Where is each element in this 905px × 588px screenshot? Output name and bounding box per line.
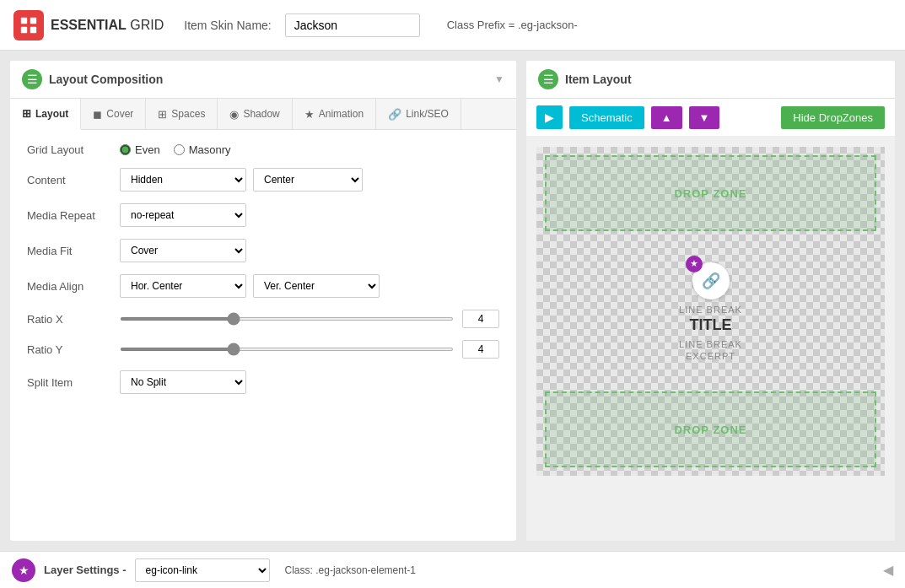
radio-masonry[interactable]: Masonry bbox=[174, 143, 231, 156]
cover-tab-icon: ◼ bbox=[93, 108, 102, 121]
media-repeat-row: Media Repeat no-repeat repeat repeat-x r… bbox=[27, 203, 499, 227]
content-label: Content bbox=[27, 174, 120, 186]
canvas-link-icon: ★ 🔗 bbox=[692, 262, 730, 299]
schematic-button[interactable]: Schematic bbox=[569, 106, 644, 129]
split-item-row: Split Item No Split Horizontal Vertical bbox=[27, 370, 499, 394]
drop-zone-top[interactable]: DROP ZONE bbox=[545, 155, 876, 231]
canvas-line-break-1: LINE BREAK bbox=[679, 305, 742, 315]
play-button[interactable]: ▶ bbox=[536, 105, 563, 129]
media-fit-controls: Cover Contain Fill None bbox=[120, 239, 499, 262]
media-align-controls: Hor. Center Hor. Left Hor. Right Ver. Ce… bbox=[120, 274, 499, 298]
hide-dropzones-button[interactable]: Hide DropZones bbox=[781, 106, 885, 129]
logo-text: ESSENTIAL GRID bbox=[51, 18, 164, 33]
main-content: ☰ Layout Composition ▼ ⊞ Layout ◼ Cover … bbox=[0, 51, 905, 551]
content-select[interactable]: Hidden Visible bbox=[120, 168, 246, 192]
logo-icon bbox=[13, 10, 44, 40]
layout-canvas: DROP ZONE ★ 🔗 LINE BREAK TITLE LINE BREA… bbox=[526, 137, 895, 541]
drop-zone-bottom[interactable]: DROP ZONE bbox=[545, 391, 876, 467]
right-panel-header: ☰ Item Layout bbox=[526, 61, 895, 99]
canvas-checkered: DROP ZONE ★ 🔗 LINE BREAK TITLE LINE BREA… bbox=[536, 147, 885, 476]
shadow-tab-icon: ◉ bbox=[229, 108, 239, 121]
media-repeat-select[interactable]: no-repeat repeat repeat-x repeat-y bbox=[120, 203, 246, 227]
top-header: ESSENTIAL GRID Item Skin Name: Class Pre… bbox=[0, 0, 905, 51]
layout-tab-icon: ⊞ bbox=[22, 107, 31, 120]
ratio-x-controls bbox=[120, 310, 499, 328]
svg-rect-2 bbox=[21, 26, 27, 32]
tabs-bar: ⊞ Layout ◼ Cover ⊞ Spaces ◉ Shadow ★ Ani… bbox=[10, 99, 516, 130]
animation-tab-icon: ★ bbox=[304, 108, 315, 121]
canvas-line-break-2: LINE BREAK bbox=[679, 339, 742, 349]
tab-shadow[interactable]: ◉ Shadow bbox=[218, 99, 292, 129]
media-repeat-controls: no-repeat repeat repeat-x repeat-y bbox=[120, 203, 499, 227]
right-panel: ☰ Item Layout ▶ Schematic ▲ ▼ Hide DropZ… bbox=[526, 61, 895, 541]
grid-layout-controls: Even Masonry bbox=[120, 143, 499, 156]
item-layout-icon: ☰ bbox=[538, 69, 558, 89]
split-item-label: Split Item bbox=[27, 376, 120, 389]
class-prefix: Class Prefix = .eg-jackson- bbox=[447, 19, 578, 31]
media-fit-select[interactable]: Cover Contain Fill None bbox=[120, 239, 246, 262]
radio-masonry-input[interactable] bbox=[174, 144, 185, 155]
media-fit-label: Media Fit bbox=[27, 245, 120, 257]
left-panel: ☰ Layout Composition ▼ ⊞ Layout ◼ Cover … bbox=[10, 61, 516, 541]
tab-cover[interactable]: ◼ Cover bbox=[81, 99, 146, 129]
media-repeat-label: Media Repeat bbox=[27, 209, 120, 222]
ratio-x-label: Ratio X bbox=[27, 313, 120, 326]
ratio-y-label: Ratio Y bbox=[27, 343, 120, 356]
svg-rect-3 bbox=[30, 26, 36, 32]
canvas-title: TITLE bbox=[690, 316, 732, 334]
radio-even[interactable]: Even bbox=[120, 143, 160, 156]
ratio-y-value[interactable] bbox=[462, 340, 499, 359]
ratio-y-controls bbox=[120, 340, 499, 359]
grid-layout-label: Grid Layout bbox=[27, 143, 120, 156]
arrow-down-button[interactable]: ▼ bbox=[689, 106, 720, 129]
layout-composition-icon: ☰ bbox=[22, 69, 42, 89]
left-panel-header: ☰ Layout Composition ▼ bbox=[10, 61, 516, 99]
canvas-middle: ★ 🔗 LINE BREAK TITLE LINE BREAK EXCERPT bbox=[545, 240, 876, 383]
media-fit-row: Media Fit Cover Contain Fill None bbox=[27, 239, 499, 262]
ratio-y-row: Ratio Y bbox=[27, 340, 499, 359]
tab-animation[interactable]: ★ Animation bbox=[293, 99, 376, 129]
left-panel-title: Layout Composition bbox=[49, 73, 163, 86]
canvas-star: ★ bbox=[686, 256, 703, 272]
skin-name-input[interactable] bbox=[285, 13, 420, 37]
media-align-label: Media Align bbox=[27, 280, 120, 293]
split-item-controls: No Split Horizontal Vertical bbox=[120, 370, 499, 394]
content-align-select[interactable]: Center Left Right bbox=[253, 168, 363, 192]
layout-toolbar: ▶ Schematic ▲ ▼ Hide DropZones bbox=[526, 99, 895, 137]
linkseo-tab-icon: 🔗 bbox=[388, 108, 401, 121]
canvas-excerpt: EXCERPT bbox=[686, 351, 735, 361]
logo-area: ESSENTIAL GRID bbox=[13, 10, 164, 40]
skin-name-label: Item Skin Name: bbox=[184, 19, 271, 32]
grid-layout-row: Grid Layout Even Masonry bbox=[27, 143, 499, 156]
right-panel-title: Item Layout bbox=[565, 73, 632, 86]
content-row: Content Hidden Visible Center Left Right bbox=[27, 168, 499, 192]
left-panel-collapse[interactable]: ▼ bbox=[494, 73, 504, 85]
ratio-x-value[interactable] bbox=[462, 310, 499, 328]
tab-linkseo[interactable]: 🔗 Link/SEO bbox=[376, 99, 461, 129]
spaces-tab-icon: ⊞ bbox=[158, 108, 167, 121]
svg-rect-1 bbox=[30, 17, 36, 23]
svg-rect-0 bbox=[21, 17, 27, 23]
tab-spaces[interactable]: ⊞ Spaces bbox=[146, 99, 218, 129]
form-area: Grid Layout Even Masonry Content bbox=[10, 130, 516, 407]
arrow-up-button[interactable]: ▲ bbox=[651, 106, 682, 129]
media-align-row: Media Align Hor. Center Hor. Left Hor. R… bbox=[27, 274, 499, 298]
radio-even-input[interactable] bbox=[120, 144, 131, 155]
ratio-x-slider[interactable] bbox=[120, 317, 454, 321]
tab-layout[interactable]: ⊞ Layout bbox=[10, 99, 81, 130]
ratio-y-slider[interactable] bbox=[120, 348, 454, 351]
split-item-select[interactable]: No Split Horizontal Vertical bbox=[120, 370, 246, 394]
media-align-hor-select[interactable]: Hor. Center Hor. Left Hor. Right bbox=[120, 274, 246, 298]
media-align-ver-select[interactable]: Ver. Center Ver. Top Ver. Bottom bbox=[253, 274, 380, 298]
content-controls: Hidden Visible Center Left Right bbox=[120, 168, 499, 192]
canvas-center-content: ★ 🔗 LINE BREAK TITLE LINE BREAK EXCERPT bbox=[679, 262, 742, 361]
ratio-x-row: Ratio X bbox=[27, 310, 499, 328]
